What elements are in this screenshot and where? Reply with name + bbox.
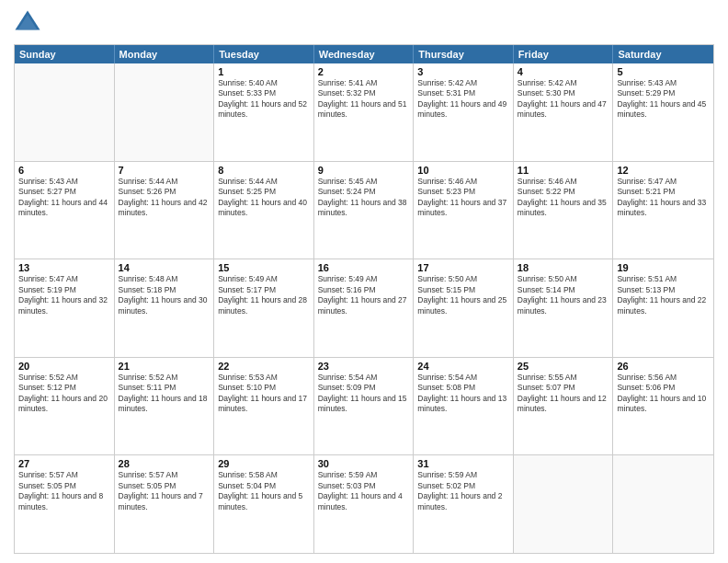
calendar-row-0: 1Sunrise: 5:40 AMSunset: 5:33 PMDaylight… <box>15 63 713 161</box>
calendar-cell: 8Sunrise: 5:44 AMSunset: 5:25 PMDaylight… <box>214 162 314 259</box>
day-number: 25 <box>518 361 609 372</box>
daylight-text: Daylight: 11 hours and 33 minutes. <box>617 198 710 219</box>
day-number: 6 <box>18 165 110 176</box>
calendar: SundayMondayTuesdayWednesdayThursdayFrid… <box>14 44 714 554</box>
calendar-cell: 13Sunrise: 5:47 AMSunset: 5:19 PMDayligh… <box>15 259 115 357</box>
calendar-cell: 22Sunrise: 5:53 AMSunset: 5:10 PMDayligh… <box>214 358 314 455</box>
sunset-text: Sunset: 5:19 PM <box>18 285 110 295</box>
calendar-row-1: 6Sunrise: 5:43 AMSunset: 5:27 PMDaylight… <box>15 161 713 259</box>
calendar-cell: 28Sunrise: 5:57 AMSunset: 5:05 PMDayligh… <box>115 455 215 553</box>
day-number: 3 <box>417 66 509 77</box>
daylight-text: Daylight: 11 hours and 47 minutes. <box>518 99 609 121</box>
sunrise-text: Sunrise: 5:53 AM <box>218 373 310 383</box>
logo <box>14 9 43 37</box>
day-number: 29 <box>218 458 310 469</box>
sunrise-text: Sunrise: 5:44 AM <box>218 177 310 187</box>
sunrise-text: Sunrise: 5:43 AM <box>18 177 110 187</box>
day-number: 12 <box>617 165 710 176</box>
day-number: 28 <box>119 458 210 469</box>
daylight-text: Daylight: 11 hours and 37 minutes. <box>417 198 509 219</box>
sunset-text: Sunset: 5:15 PM <box>417 285 509 295</box>
sunrise-text: Sunrise: 5:56 AM <box>617 373 710 383</box>
sunrise-text: Sunrise: 5:50 AM <box>518 274 609 284</box>
calendar-cell <box>15 63 115 161</box>
calendar-cell: 4Sunrise: 5:42 AMSunset: 5:30 PMDaylight… <box>514 63 614 161</box>
calendar-cell <box>115 63 215 161</box>
sunset-text: Sunset: 5:16 PM <box>318 285 410 295</box>
calendar-row-2: 13Sunrise: 5:47 AMSunset: 5:19 PMDayligh… <box>15 259 713 357</box>
daylight-text: Daylight: 11 hours and 28 minutes. <box>218 295 310 316</box>
sunset-text: Sunset: 5:05 PM <box>119 481 210 491</box>
sunset-text: Sunset: 5:31 PM <box>417 88 509 98</box>
calendar-cell: 17Sunrise: 5:50 AMSunset: 5:15 PMDayligh… <box>414 259 514 357</box>
daylight-text: Daylight: 11 hours and 30 minutes. <box>119 295 210 316</box>
sunset-text: Sunset: 5:32 PM <box>318 88 410 98</box>
daylight-text: Daylight: 11 hours and 25 minutes. <box>417 295 509 316</box>
sunrise-text: Sunrise: 5:49 AM <box>218 274 310 284</box>
daylight-text: Daylight: 11 hours and 42 minutes. <box>119 198 210 219</box>
day-number: 16 <box>318 262 410 273</box>
day-number: 22 <box>218 361 310 372</box>
sunrise-text: Sunrise: 5:42 AM <box>417 78 509 88</box>
sunset-text: Sunset: 5:05 PM <box>18 481 110 491</box>
sunset-text: Sunset: 5:09 PM <box>318 383 410 393</box>
sunrise-text: Sunrise: 5:47 AM <box>617 177 710 187</box>
header-day-tuesday: Tuesday <box>214 45 314 63</box>
calendar-cell: 14Sunrise: 5:48 AMSunset: 5:18 PMDayligh… <box>115 259 215 357</box>
calendar-cell: 30Sunrise: 5:59 AMSunset: 5:03 PMDayligh… <box>314 455 415 553</box>
sunset-text: Sunset: 5:29 PM <box>617 88 710 98</box>
sunset-text: Sunset: 5:26 PM <box>119 187 210 197</box>
daylight-text: Daylight: 11 hours and 45 minutes. <box>617 99 710 121</box>
daylight-text: Daylight: 11 hours and 12 minutes. <box>518 394 609 415</box>
sunset-text: Sunset: 5:24 PM <box>318 187 410 197</box>
calendar-cell: 9Sunrise: 5:45 AMSunset: 5:24 PMDaylight… <box>314 162 415 259</box>
daylight-text: Daylight: 11 hours and 35 minutes. <box>518 198 609 219</box>
sunrise-text: Sunrise: 5:45 AM <box>318 177 410 187</box>
calendar-cell: 10Sunrise: 5:46 AMSunset: 5:23 PMDayligh… <box>414 162 514 259</box>
daylight-text: Daylight: 11 hours and 5 minutes. <box>218 491 310 512</box>
calendar-cell: 27Sunrise: 5:57 AMSunset: 5:05 PMDayligh… <box>15 455 115 553</box>
calendar-cell: 5Sunrise: 5:43 AMSunset: 5:29 PMDaylight… <box>613 63 713 161</box>
sunset-text: Sunset: 5:11 PM <box>119 383 210 393</box>
sunset-text: Sunset: 5:30 PM <box>518 88 609 98</box>
daylight-text: Daylight: 11 hours and 4 minutes. <box>318 491 410 512</box>
day-number: 13 <box>18 262 110 273</box>
sunrise-text: Sunrise: 5:59 AM <box>417 470 509 480</box>
calendar-cell <box>514 455 614 553</box>
day-number: 15 <box>218 262 310 273</box>
daylight-text: Daylight: 11 hours and 8 minutes. <box>18 491 110 512</box>
calendar-body: 1Sunrise: 5:40 AMSunset: 5:33 PMDaylight… <box>15 63 713 553</box>
daylight-text: Daylight: 11 hours and 15 minutes. <box>318 394 410 415</box>
sunset-text: Sunset: 5:13 PM <box>617 285 710 295</box>
sunset-text: Sunset: 5:27 PM <box>18 187 110 197</box>
daylight-text: Daylight: 11 hours and 2 minutes. <box>417 491 509 512</box>
sunset-text: Sunset: 5:25 PM <box>218 187 310 197</box>
day-number: 19 <box>617 262 710 273</box>
day-number: 26 <box>617 361 710 372</box>
sunset-text: Sunset: 5:02 PM <box>417 481 509 491</box>
calendar-cell: 11Sunrise: 5:46 AMSunset: 5:22 PMDayligh… <box>514 162 614 259</box>
sunset-text: Sunset: 5:06 PM <box>617 383 710 393</box>
daylight-text: Daylight: 11 hours and 38 minutes. <box>318 198 410 219</box>
sunset-text: Sunset: 5:12 PM <box>18 383 110 393</box>
sunset-text: Sunset: 5:10 PM <box>218 383 310 393</box>
day-number: 4 <box>518 66 609 77</box>
daylight-text: Daylight: 11 hours and 51 minutes. <box>318 99 410 121</box>
calendar-cell: 7Sunrise: 5:44 AMSunset: 5:26 PMDaylight… <box>115 162 215 259</box>
sunset-text: Sunset: 5:23 PM <box>417 187 509 197</box>
sunrise-text: Sunrise: 5:57 AM <box>18 470 110 480</box>
sunrise-text: Sunrise: 5:52 AM <box>18 373 110 383</box>
day-number: 10 <box>417 165 509 176</box>
sunrise-text: Sunrise: 5:54 AM <box>417 373 509 383</box>
sunset-text: Sunset: 5:21 PM <box>617 187 710 197</box>
daylight-text: Daylight: 11 hours and 49 minutes. <box>417 99 509 121</box>
calendar-row-3: 20Sunrise: 5:52 AMSunset: 5:12 PMDayligh… <box>15 357 713 455</box>
day-number: 5 <box>617 66 710 77</box>
sunrise-text: Sunrise: 5:58 AM <box>218 470 310 480</box>
day-number: 20 <box>18 361 110 372</box>
sunrise-text: Sunrise: 5:52 AM <box>119 373 210 383</box>
day-number: 24 <box>417 361 509 372</box>
daylight-text: Daylight: 11 hours and 10 minutes. <box>617 394 710 415</box>
day-number: 2 <box>318 66 410 77</box>
daylight-text: Daylight: 11 hours and 23 minutes. <box>518 295 609 316</box>
